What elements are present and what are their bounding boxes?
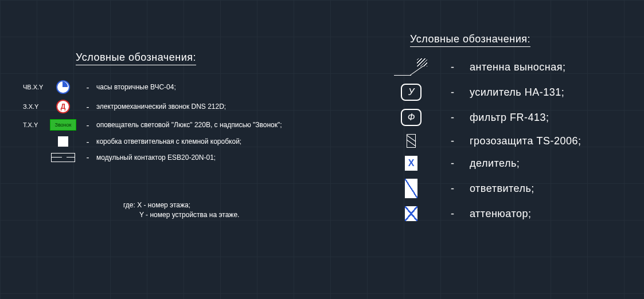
legend-row: X - делитель;	[387, 156, 634, 171]
legend-desc: грозозащита TS-2006;	[470, 135, 581, 147]
legend-right-column: - антенна выносная; У - усилитель HA-131…	[387, 50, 634, 229]
dash-icon: -	[435, 86, 470, 99]
attenuator-icon	[387, 206, 435, 221]
contactor-icon	[47, 153, 79, 162]
legend-row: - ответвитель;	[387, 179, 634, 198]
legend-desc: коробка ответвительная с клемной коробко…	[96, 137, 241, 145]
legend-tag: З.X.Y	[23, 103, 47, 110]
legend-row: Ф - фильтр FR-413;	[387, 109, 634, 126]
divider-icon: X	[387, 156, 435, 171]
legend-desc: фильтр FR-413;	[470, 112, 549, 124]
surge-protection-icon	[387, 134, 435, 148]
dash-icon: -	[435, 135, 470, 147]
legend-left-column: ЧВ.X.Y - часы вторичные ВЧС-04; З.X.Y Д …	[23, 74, 344, 168]
legend-desc: усилитель HA-131;	[470, 86, 564, 99]
dash-icon: -	[435, 208, 470, 220]
legend-row: З.X.Y Д - электромеханический звонок DNS…	[23, 100, 344, 113]
note-line: Y - номер устройства на этаже.	[123, 210, 239, 220]
dash-icon: -	[435, 158, 470, 170]
legend-row: Т.X.Y Звонок - оповещатель световой "Люк…	[23, 119, 344, 131]
legend-tag: ЧВ.X.Y	[23, 84, 47, 91]
filter-icon: Ф	[387, 109, 435, 126]
legend-desc: часы вторичные ВЧС-04;	[96, 83, 176, 91]
dash-icon: -	[435, 112, 470, 124]
legend-desc: оповещатель световой "Люкс" 220В, с надп…	[96, 121, 282, 129]
legend-header-left: Условные обозначения:	[76, 52, 196, 65]
junction-box-icon	[47, 136, 79, 147]
legend-desc: модульный контактор ESB20-20N-01;	[96, 154, 216, 162]
legend-row: У - усилитель HA-131;	[387, 84, 634, 101]
dash-icon: -	[79, 102, 96, 112]
legend-row: - антенна выносная;	[387, 58, 634, 76]
legend-row: - коробка ответвительная с клемной короб…	[23, 136, 344, 147]
dash-icon: -	[435, 183, 470, 195]
legend-row: - грозозащита TS-2006;	[387, 134, 634, 148]
light-annunciator-icon: Звонок	[47, 119, 79, 131]
legend-tag: Т.X.Y	[23, 121, 47, 128]
dash-icon: -	[79, 120, 96, 130]
legend-note: где: X - номер этажа; Y - номер устройст…	[123, 200, 239, 220]
splitter-icon	[387, 179, 435, 198]
legend-row: ЧВ.X.Y - часы вторичные ВЧС-04;	[23, 80, 344, 94]
legend-row: - аттенюатор;	[387, 206, 634, 221]
bell-icon: Д	[47, 100, 79, 113]
dash-icon: -	[435, 61, 470, 73]
dash-icon: -	[79, 137, 96, 147]
antenna-icon	[387, 58, 435, 76]
legend-desc: ответвитель;	[470, 183, 534, 195]
amplifier-icon: У	[387, 84, 435, 101]
legend-desc: делитель;	[470, 158, 520, 170]
note-line: где: X - номер этажа;	[123, 200, 239, 210]
legend-header-right: Условные обозначения:	[410, 33, 530, 47]
legend-row: - модульный контактор ESB20-20N-01;	[23, 152, 344, 162]
dash-icon: -	[79, 82, 96, 92]
legend-desc: аттенюатор;	[470, 208, 532, 220]
legend-desc: антенна выносная;	[470, 61, 566, 73]
clock-icon	[47, 80, 79, 94]
dash-icon: -	[79, 152, 96, 162]
legend-desc: электромеханический звонок DNS 212D;	[96, 103, 226, 111]
